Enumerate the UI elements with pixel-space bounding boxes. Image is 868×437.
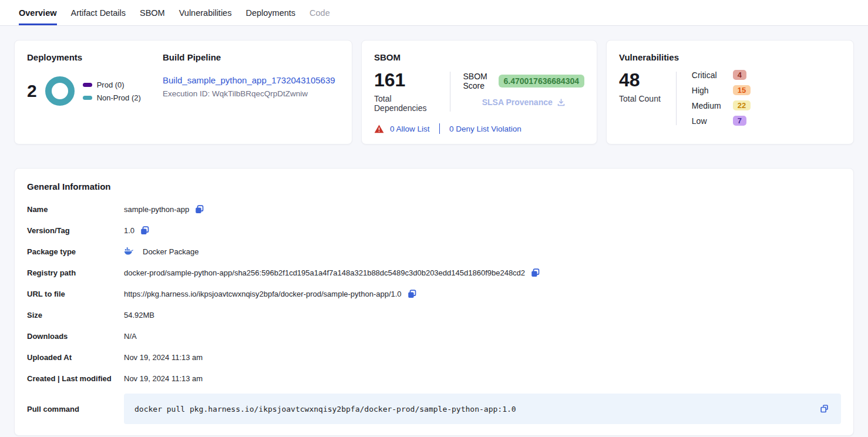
download-icon bbox=[557, 98, 566, 107]
sbom-card: SBOM 161 Total Dependencies SBOM Score 6… bbox=[361, 40, 597, 144]
tab-sbom[interactable]: SBOM bbox=[140, 0, 165, 25]
severity-row-low: Low 7 bbox=[692, 115, 751, 126]
info-row-uploaded-at: Uploaded At Nov 19, 2024 11:13 am bbox=[27, 351, 841, 363]
slsa-provenance-link[interactable]: SLSA Provenance bbox=[463, 98, 584, 107]
copy-version-button[interactable] bbox=[139, 225, 150, 236]
copy-icon bbox=[530, 267, 541, 278]
severity-list: Critical 4 High 15 Medium 22 Low 7 bbox=[692, 69, 751, 126]
vertical-divider bbox=[450, 72, 450, 112]
info-row-size: Size 54.92MB bbox=[27, 309, 841, 321]
vulnerabilities-total-label: Total Count bbox=[619, 94, 661, 103]
copy-icon bbox=[406, 288, 418, 300]
copy-icon bbox=[194, 204, 205, 215]
sbom-total-label: Total Dependencies bbox=[374, 94, 437, 113]
severity-row-critical: Critical 4 bbox=[692, 69, 751, 80]
build-pipeline-link[interactable]: Build_sample_python_app_1732043105639 bbox=[163, 75, 335, 85]
tab-overview[interactable]: Overview bbox=[19, 0, 57, 25]
build-pipeline-section: Build Pipeline Build_sample_python_app_1… bbox=[163, 52, 339, 132]
vulnerabilities-total-count: 48 bbox=[619, 70, 661, 89]
copy-url-button[interactable] bbox=[406, 288, 418, 300]
info-row-url: URL to file https://pkg.harness.io/ikpsj… bbox=[27, 288, 841, 300]
row-label: Created | Last modified bbox=[27, 374, 124, 383]
row-label: Version/Tag bbox=[27, 226, 124, 235]
info-row-downloads: Downloads N/A bbox=[27, 330, 841, 342]
size-value: 54.92MB bbox=[124, 311, 154, 320]
vulnerabilities-title: Vulnerabilities bbox=[619, 52, 841, 62]
info-row-version: Version/Tag 1.0 bbox=[27, 224, 841, 236]
pull-command-value: docker pull pkg.harness.io/ikpsjoavtcwxn… bbox=[134, 405, 819, 414]
tab-artifact-details[interactable]: Artifact Details bbox=[71, 0, 126, 25]
vulnerabilities-card: Vulnerabilities 48 Total Count Critical … bbox=[606, 40, 854, 144]
nonprod-legend-label: Non-Prod (2) bbox=[97, 93, 141, 102]
allow-list-link[interactable]: 0 Allow List bbox=[390, 125, 430, 133]
row-label: Package type bbox=[27, 247, 124, 256]
sbom-total-count: 161 bbox=[374, 70, 437, 89]
prod-legend-marker bbox=[83, 83, 92, 87]
pull-command-box: docker pull pkg.harness.io/ikpsjoavtcwxn… bbox=[124, 394, 841, 424]
severity-count-badge: 4 bbox=[733, 70, 746, 80]
severity-label: Critical bbox=[692, 70, 728, 80]
severity-row-high: High 15 bbox=[692, 85, 751, 96]
sbom-title: SBOM bbox=[374, 52, 584, 62]
registry-path-value: docker-prod/sample-python-app/sha256:596… bbox=[124, 268, 525, 277]
prod-legend-label: Prod (0) bbox=[97, 80, 125, 89]
vulnerabilities-total-block: 48 Total Count bbox=[619, 70, 661, 126]
downloads-value: N/A bbox=[124, 332, 137, 341]
docker-whale-icon bbox=[124, 247, 134, 256]
info-row-name: Name sample-python-app bbox=[27, 203, 841, 215]
created-modified-value: Nov 19, 2024 11:13 am bbox=[124, 374, 203, 383]
sbom-score-badge: 6.470017636684304 bbox=[499, 75, 584, 88]
copy-outline-icon bbox=[819, 403, 830, 415]
row-label: Size bbox=[27, 311, 124, 320]
legend-item-prod: Prod (0) bbox=[83, 80, 141, 89]
uploaded-at-value: Nov 19, 2024 11:13 am bbox=[124, 353, 203, 362]
deployments-section: Deployments 2 Prod (0) Non-Prod (2) bbox=[27, 52, 163, 132]
deployments-card: Deployments 2 Prod (0) Non-Prod (2) Buil… bbox=[14, 40, 352, 144]
vertical-divider bbox=[676, 72, 677, 125]
info-row-created-modified: Created | Last modified Nov 19, 2024 11:… bbox=[27, 372, 841, 384]
row-label: URL to file bbox=[27, 290, 124, 298]
sbom-total-block: 161 Total Dependencies bbox=[374, 70, 437, 113]
row-label: Name bbox=[27, 205, 124, 214]
severity-label: High bbox=[692, 86, 728, 95]
deployments-total-count: 2 bbox=[27, 82, 37, 100]
sbom-score-block: SBOM Score 6.470017636684304 SLSA Proven… bbox=[463, 70, 584, 113]
summary-cards-row: Deployments 2 Prod (0) Non-Prod (2) Buil… bbox=[14, 40, 854, 144]
tab-vulnerabilities[interactable]: Vulnerabilities bbox=[179, 0, 232, 25]
tab-code[interactable]: Code bbox=[309, 0, 330, 25]
severity-count-badge: 22 bbox=[733, 100, 751, 110]
general-information-title: General Information bbox=[27, 181, 841, 191]
slsa-provenance-label: SLSA Provenance bbox=[482, 98, 553, 107]
info-row-package-type: Package type Docker Package bbox=[27, 246, 841, 257]
row-label: Pull command bbox=[27, 405, 124, 414]
version-tag-value: 1.0 bbox=[124, 226, 134, 235]
severity-label: Low bbox=[692, 116, 728, 126]
legend-item-nonprod: Non-Prod (2) bbox=[83, 93, 141, 102]
artifact-name-value: sample-python-app bbox=[124, 205, 189, 214]
row-label: Downloads bbox=[27, 332, 124, 341]
package-type-value: Docker Package bbox=[143, 247, 199, 256]
warning-triangle-icon bbox=[374, 125, 384, 133]
deployments-title: Deployments bbox=[27, 52, 163, 62]
sbom-score-label: SBOM Score bbox=[463, 72, 492, 90]
url-to-file-value: https://pkg.harness.io/ikpsjoavtcwxnqisy… bbox=[124, 290, 402, 298]
severity-label: Medium bbox=[692, 101, 728, 110]
deny-list-violation-link[interactable]: 0 Deny List Violation bbox=[449, 125, 522, 133]
general-information-card: General Information Name sample-python-a… bbox=[14, 168, 854, 436]
severity-row-medium: Medium 22 bbox=[692, 100, 751, 111]
execution-id-text: Execution ID: WqkTilbBRqecQrpDtZwniw bbox=[163, 89, 339, 98]
artifact-tab-bar: Overview Artifact Details SBOM Vulnerabi… bbox=[0, 0, 868, 26]
deployments-donut-chart bbox=[45, 76, 75, 106]
build-pipeline-title: Build Pipeline bbox=[163, 52, 339, 62]
copy-registry-path-button[interactable] bbox=[530, 267, 541, 278]
info-row-pull-command: Pull command docker pull pkg.harness.io/… bbox=[27, 394, 841, 424]
tab-deployments[interactable]: Deployments bbox=[245, 0, 295, 25]
severity-count-badge: 15 bbox=[733, 85, 751, 95]
row-label: Uploaded At bbox=[27, 353, 124, 362]
copy-name-button[interactable] bbox=[194, 204, 205, 215]
nonprod-legend-marker bbox=[83, 96, 92, 100]
info-row-registry-path: Registry path docker-prod/sample-python-… bbox=[27, 267, 841, 278]
severity-count-badge: 7 bbox=[733, 116, 746, 126]
deployments-legend: Prod (0) Non-Prod (2) bbox=[83, 80, 141, 102]
copy-pull-command-button[interactable] bbox=[819, 403, 830, 415]
